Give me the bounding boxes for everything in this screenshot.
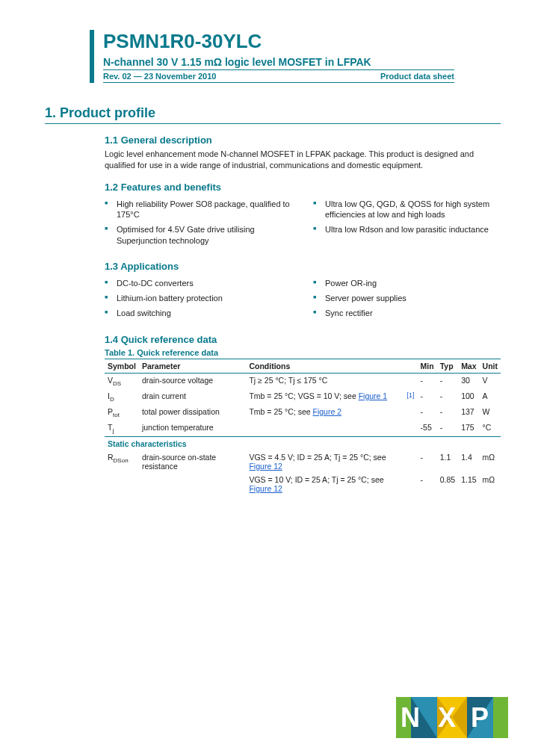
cell-typ: - <box>437 421 458 437</box>
subsection-1-3: 1.3 Applications DC-to-DC converters Lit… <box>105 261 501 323</box>
static-characteristics-row: Static characteristics <box>105 437 501 451</box>
cell-max: 30 <box>458 373 479 389</box>
table-row: VGS = 10 V; ID = 25 A; Tj = 25 °C; see F… <box>105 473 501 495</box>
cell-note <box>404 450 418 473</box>
apps-left-list: DC-to-DC converters Lithium-ion battery … <box>105 278 292 319</box>
cell-parameter: drain current <box>139 389 247 405</box>
cell-typ: - <box>437 389 458 405</box>
cell-min: -55 <box>418 421 437 437</box>
cell-max: 100 <box>458 389 479 405</box>
subtitle: N-channel 30 V 1.15 mΩ logic level MOSFE… <box>103 56 501 68</box>
part-number: PSMN1R0-30YLC <box>103 30 501 53</box>
cell-conditions: VGS = 4.5 V; ID = 25 A; Tj = 25 °C; see … <box>246 450 404 473</box>
table-row: IDdrain currentTmb = 25 °C; VGS = 10 V; … <box>105 389 501 405</box>
th-min: Min <box>418 359 437 373</box>
cell-unit: V <box>480 373 501 389</box>
cell-symbol: ID <box>105 389 139 405</box>
cell-conditions: Tmb = 25 °C; see Figure 2 <box>246 405 404 421</box>
cell-typ: - <box>437 405 458 421</box>
list-item: Load switching <box>105 308 292 318</box>
list-item: Server power supplies <box>313 293 501 303</box>
table-row: Ptottotal power dissipationTmb = 25 °C; … <box>105 405 501 421</box>
cell-note <box>404 373 418 389</box>
figure-link[interactable]: Figure 12 <box>249 462 282 471</box>
cell-unit: °C <box>480 421 501 437</box>
cell-symbol: VDS <box>105 373 139 389</box>
apps-right-list: Power OR-ing Server power supplies Sync … <box>313 278 501 319</box>
list-item: High reliability Power SO8 package, qual… <box>105 199 292 220</box>
cell-parameter: total power dissipation <box>139 405 247 421</box>
table-row: VDSdrain-source voltageTj ≥ 25 °C; Tj ≤ … <box>105 373 501 389</box>
cell-min: - <box>418 450 437 473</box>
table-row: RDSondrain-source on-state resistanceVGS… <box>105 450 501 473</box>
cell-typ: 0.85 <box>437 473 458 495</box>
features-right-list: Ultra low QG, QGD, & QOSS for high syste… <box>313 199 501 235</box>
th-symbol: Symbol <box>105 359 139 373</box>
revision-row: Rev. 02 — 23 November 2010 Product data … <box>103 69 454 83</box>
th-parameter: Parameter <box>139 359 247 373</box>
footnote-link[interactable]: [1] <box>407 391 415 399</box>
cell-min: - <box>418 389 437 405</box>
cell-unit: A <box>480 389 501 405</box>
document-header: PSMN1R0-30YLC N-channel 30 V 1.15 mΩ log… <box>90 30 501 83</box>
cell-conditions: VGS = 10 V; ID = 25 A; Tj = 25 °C; see F… <box>246 473 404 495</box>
th-max: Max <box>458 359 479 373</box>
section-1-heading: 1. Product profile <box>45 105 501 124</box>
list-item: Sync rectifier <box>313 308 501 318</box>
list-item: Optimised for 4.5V Gate drive utilising … <box>105 224 292 246</box>
svg-marker-8 <box>493 697 508 738</box>
list-item: Ultra low QG, QGD, & QOSS for high syste… <box>313 199 501 220</box>
cell-note: [1] <box>404 389 418 405</box>
sub-heading-1-4: 1.4 Quick reference data <box>105 334 501 345</box>
cell-symbol <box>105 473 139 495</box>
th-typ: Typ <box>437 359 458 373</box>
quick-reference-table: Symbol Parameter Conditions Min Typ Max … <box>105 359 501 495</box>
svg-text:P: P <box>471 702 489 733</box>
th-note <box>404 359 418 373</box>
list-item: Lithium-ion battery protection <box>105 293 292 303</box>
cell-max: 1.4 <box>458 450 479 473</box>
features-left-list: High reliability Power SO8 package, qual… <box>105 199 292 246</box>
revision-text: Rev. 02 — 23 November 2010 <box>103 72 216 81</box>
cell-note <box>404 421 418 437</box>
static-label: Static characteristics <box>105 437 501 451</box>
sub-heading-1-3: 1.3 Applications <box>105 261 501 272</box>
th-unit: Unit <box>480 359 501 373</box>
table-row: Tjjunction temperature-55-175°C <box>105 421 501 437</box>
cell-conditions <box>246 421 404 437</box>
cell-min: - <box>418 473 437 495</box>
figure-link[interactable]: Figure 2 <box>312 407 341 416</box>
list-item: DC-to-DC converters <box>105 278 292 288</box>
list-item: Ultra low Rdson and low parasitic induct… <box>313 224 501 235</box>
th-conditions: Conditions <box>246 359 404 373</box>
cell-max: 175 <box>458 421 479 437</box>
cell-typ: - <box>437 373 458 389</box>
cell-symbol: Ptot <box>105 405 139 421</box>
cell-note <box>404 405 418 421</box>
cell-conditions: Tmb = 25 °C; VGS = 10 V; see Figure 1 <box>246 389 404 405</box>
cell-typ: 1.1 <box>437 450 458 473</box>
cell-parameter: drain-source on-state resistance <box>139 450 247 473</box>
cell-parameter <box>139 473 247 495</box>
cell-unit: mΩ <box>480 450 501 473</box>
cell-symbol: Tj <box>105 421 139 437</box>
table-1-title: Table 1. Quick reference data <box>105 348 501 357</box>
subsection-1-1: 1.1 General description Logic level enha… <box>105 134 501 171</box>
cell-unit: W <box>480 405 501 421</box>
cell-note <box>404 473 418 495</box>
cell-max: 1.15 <box>458 473 479 495</box>
figure-link[interactable]: Figure 1 <box>359 391 388 400</box>
general-description-text: Logic level enhancement mode N-channel M… <box>105 149 501 171</box>
cell-max: 137 <box>458 405 479 421</box>
subsection-1-4: 1.4 Quick reference data Table 1. Quick … <box>105 334 501 495</box>
cell-conditions: Tj ≥ 25 °C; Tj ≤ 175 °C <box>246 373 404 389</box>
subsection-1-2: 1.2 Features and benefits High reliabili… <box>105 182 501 250</box>
table-header-row: Symbol Parameter Conditions Min Typ Max … <box>105 359 501 373</box>
list-item: Power OR-ing <box>313 278 501 288</box>
svg-text:X: X <box>438 702 456 733</box>
cell-min: - <box>418 373 437 389</box>
figure-link[interactable]: Figure 12 <box>249 484 282 493</box>
nxp-logo: N X P <box>396 697 508 741</box>
sub-heading-1-1: 1.1 General description <box>105 134 501 146</box>
sub-heading-1-2: 1.2 Features and benefits <box>105 182 501 193</box>
